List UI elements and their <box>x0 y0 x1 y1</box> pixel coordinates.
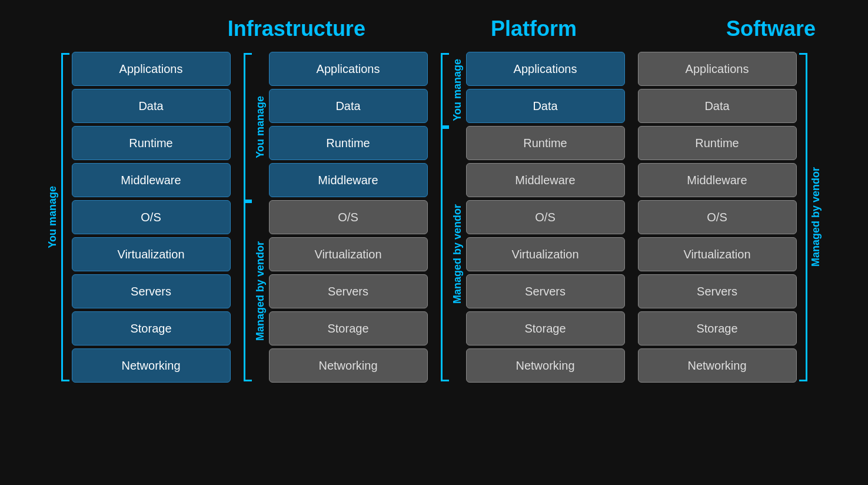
iaas-os: O/S <box>269 200 428 234</box>
saas-storage: Storage <box>638 311 797 346</box>
saas-os: O/S <box>638 200 797 234</box>
you-manage-label-paas: You manage <box>451 59 464 121</box>
saas-servers: Servers <box>638 274 797 308</box>
header-infrastructure: Infrastructure <box>199 16 394 41</box>
on-prem-virtualization: Virtualization <box>72 237 231 271</box>
saas-middleware: Middleware <box>638 163 797 197</box>
on-prem-middleware: Middleware <box>72 163 231 197</box>
paas-stack: Applications Data Runtime Middleware O/S… <box>466 52 625 383</box>
header-row: Infrastructure Platform Software <box>0 16 868 41</box>
managed-vendor-label-paas: Managed by vendor <box>451 204 464 304</box>
iaas-applications: Applications <box>269 52 428 86</box>
iaas-middleware: Middleware <box>269 163 428 197</box>
saas-stack: Applications Data Runtime Middleware O/S… <box>638 52 797 383</box>
paas-data: Data <box>466 89 625 123</box>
managed-vendor-label-saas: Managed by vendor <box>810 167 822 267</box>
paas-storage: Storage <box>466 311 625 346</box>
on-prem-storage: Storage <box>72 311 231 346</box>
iaas-stack: Applications Data Runtime Middleware O/S… <box>269 52 428 383</box>
on-prem-applications: Applications <box>72 52 231 86</box>
on-prem-stack: Applications Data Runtime Middleware O/S… <box>72 52 231 383</box>
paas-runtime: Runtime <box>466 126 625 160</box>
on-prem-runtime: Runtime <box>72 126 231 160</box>
iaas-storage: Storage <box>269 311 428 346</box>
managed-vendor-label-iaas: Managed by vendor <box>254 241 267 341</box>
iaas-networking: Networking <box>269 348 428 383</box>
iaas-data: Data <box>269 89 428 123</box>
saas-data: Data <box>638 89 797 123</box>
paas-middleware: Middleware <box>466 163 625 197</box>
you-manage-label-left: You manage <box>46 186 59 248</box>
saas-runtime: Runtime <box>638 126 797 160</box>
paas-servers: Servers <box>466 274 625 308</box>
iaas-runtime: Runtime <box>269 126 428 160</box>
you-manage-label-iaas: You manage <box>254 96 267 158</box>
paas-applications: Applications <box>466 52 625 86</box>
saas-applications: Applications <box>638 52 797 86</box>
paas-virtualization: Virtualization <box>466 237 625 271</box>
on-prem-os: O/S <box>72 200 231 234</box>
paas-networking: Networking <box>466 348 625 383</box>
main-container: Infrastructure Platform Software You man… <box>0 0 868 485</box>
on-prem-networking: Networking <box>72 348 231 383</box>
on-prem-data: Data <box>72 89 231 123</box>
iaas-servers: Servers <box>269 274 428 308</box>
saas-virtualization: Virtualization <box>638 237 797 271</box>
on-prem-servers: Servers <box>72 274 231 308</box>
saas-networking: Networking <box>638 348 797 383</box>
header-software: Software <box>674 16 868 41</box>
paas-os: O/S <box>466 200 625 234</box>
header-platform: Platform <box>437 16 631 41</box>
iaas-virtualization: Virtualization <box>269 237 428 271</box>
